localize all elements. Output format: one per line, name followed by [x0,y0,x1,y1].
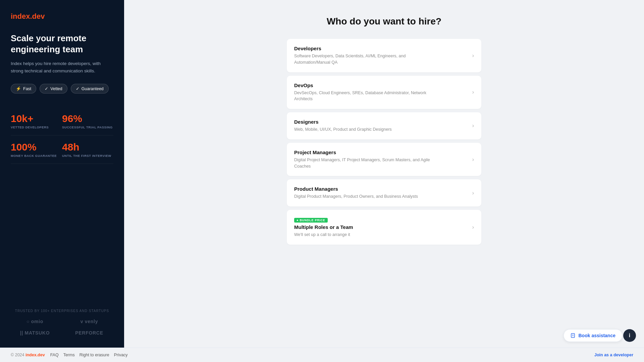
page-title: Who do you want to hire? [151,16,617,27]
hire-card-desc: Software Developers, Data Scientists, AI… [294,53,442,66]
hire-card-text: Developers Software Developers, Data Sci… [294,46,442,66]
stat-value: 96% [62,113,113,124]
chevron-right-icon: › [472,157,474,163]
stat-label: VETTED DEVELOPERS [11,125,62,129]
stat-value: 10k+ [11,113,62,124]
hire-card-desc: We'll set up a call to arrange it [294,232,353,238]
footer-copyright: © 2024 index.dev [11,353,45,357]
hire-card-developers[interactable]: Developers Software Developers, Data Sci… [287,39,481,72]
chevron-right-icon: › [472,123,474,129]
footer-link-faq[interactable]: FAQ [50,353,59,357]
chevron-right-icon: › [472,224,474,230]
main-content: Who do you want to hire? Developers Soft… [124,0,644,348]
hire-card-text: Product Managers Digital Product Manager… [294,186,418,200]
info-icon: i [629,333,630,339]
logo: index.dev [11,12,113,21]
hire-card-title: Multiple Roles or a Team [294,224,353,230]
stat-value: 100% [11,141,62,153]
hire-card-text: Designers Web, Mobile, UI/UX, Product an… [294,119,392,133]
hire-card-designers[interactable]: Designers Web, Mobile, UI/UX, Product an… [287,112,481,139]
book-icon [571,333,576,338]
hire-card-desc: Digital Project Managers, IT Project Man… [294,157,442,170]
badges-container: ⚡Fast✓Vetted✓Guaranteed [11,84,113,94]
hire-card-desc: DevSecOps, Cloud Engineers, SREs, Databa… [294,90,442,103]
logos-grid: ○ omiov venly|| MATSUKOPERFORCE [11,319,113,336]
hire-card-text: Project Managers Digital Project Manager… [294,149,442,170]
badge: ✓Vetted [40,84,67,94]
partner-logo-perforce: PERFORCE [65,330,113,336]
trusted-label: TRUSTED BY 100+ ENTERPRISES AND STARTUPS [11,309,113,313]
join-developer-link[interactable]: Join as a developer [594,353,633,357]
footer: © 2024 index.dev FAQTermsRight to erasur… [0,348,644,362]
stat-value: 48h [62,141,113,153]
stat-label: MONEY BACK GUARANTEE [11,154,62,158]
stat-item: 96%SUCCESSFUL TRIAL PASSING [62,107,113,135]
sidebar: index.dev Scale your remote engineering … [0,0,124,348]
hire-card-multiple-roles-or-a-team[interactable]: ● BUNDLE PRICE Multiple Roles or a Team … [287,210,481,245]
hire-list: Developers Software Developers, Data Sci… [287,39,481,245]
badge-label: Vetted [50,86,62,91]
footer-link-right-to-erasure[interactable]: Right to erasure [79,353,109,357]
trusted-section: TRUSTED BY 100+ ENTERPRISES AND STARTUPS… [11,309,113,336]
hire-card-title: DevOps [294,82,442,88]
hire-card-title: Project Managers [294,149,442,155]
hire-card-title: Product Managers [294,186,418,192]
hire-card-title: Designers [294,119,392,125]
badge-icon: ✓ [76,86,79,91]
hire-card-title: Developers [294,46,442,51]
info-button[interactable]: i [623,329,636,342]
footer-link-terms[interactable]: Terms [63,353,75,357]
badge-icon: ⚡ [16,86,21,91]
stat-item: 10k+VETTED DEVELOPERS [11,107,62,135]
stat-label: SUCCESSFUL TRIAL PASSING [62,125,113,129]
subtext: Index helps you hire remote developers, … [11,60,113,74]
stat-label: UNTIL THE FIRST INTERVIEW [62,154,113,158]
stat-item: 48hUNTIL THE FIRST INTERVIEW [62,135,113,164]
stat-item: 100%MONEY BACK GUARANTEE [11,135,62,164]
hire-card-project-managers[interactable]: Project Managers Digital Project Manager… [287,143,481,176]
footer-brand: index.dev [25,353,45,357]
badge: ✓Guaranteed [71,84,109,94]
svg-rect-0 [571,334,575,338]
badge: ⚡Fast [11,84,36,94]
hire-card-desc: Digital Product Managers, Product Owners… [294,193,418,200]
chevron-right-icon: › [472,89,474,95]
footer-left: © 2024 index.dev FAQTermsRight to erasur… [11,353,132,357]
logo-text-plain: index. [11,12,32,20]
logo-text-accent: dev [32,12,45,20]
hire-card-text: DevOps DevSecOps, Cloud Engineers, SREs,… [294,82,442,103]
stats-grid: 10k+VETTED DEVELOPERS96%SUCCESSFUL TRIAL… [11,107,113,164]
partner-logo-venly: v venly [65,319,113,324]
badge-label: Fast [23,86,31,91]
badge-icon: ✓ [45,86,48,91]
chevron-right-icon: › [472,53,474,59]
hire-card-text: ● BUNDLE PRICE Multiple Roles or a Team … [294,217,353,238]
hire-card-product-managers[interactable]: Product Managers Digital Product Manager… [287,179,481,206]
hire-card-devops[interactable]: DevOps DevSecOps, Cloud Engineers, SREs,… [287,76,481,109]
hire-card-desc: Web, Mobile, UI/UX, Product and Graphic … [294,126,392,133]
footer-link-privacy[interactable]: Privacy [114,353,128,357]
book-assistance-button[interactable]: Book assistance [564,329,623,342]
book-assistance-label: Book assistance [579,333,616,338]
chevron-right-icon: › [472,190,474,196]
headline: Scale your remote engineering team [11,33,113,55]
badge-label: Guaranteed [82,86,104,91]
partner-logo-omio: ○ omio [11,319,59,324]
bundle-badge: ● BUNDLE PRICE [294,218,328,223]
partner-logo-matsuko: || MATSUKO [11,330,59,336]
footer-links: FAQTermsRight to erasurePrivacy [50,353,132,357]
